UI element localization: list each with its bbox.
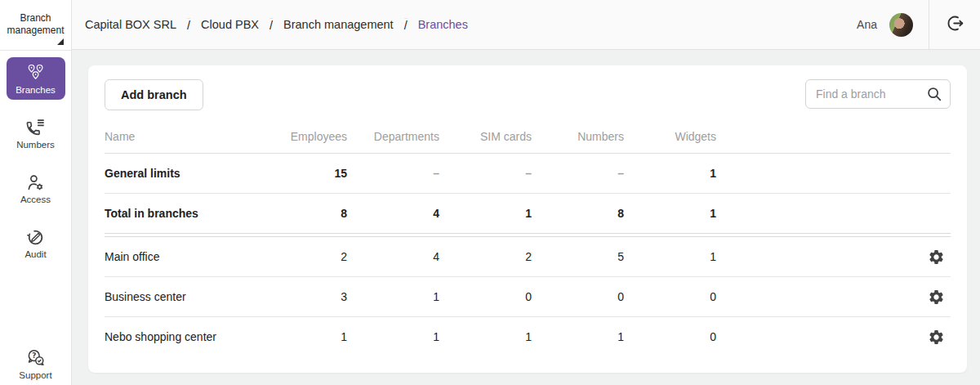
app-title: Branch management (7, 12, 64, 36)
row-name: Nebo shopping center (105, 330, 255, 343)
sidebar-item-audit[interactable]: Audit (7, 222, 65, 264)
col-header-sim-cards: SIM cards (439, 130, 532, 143)
col-header-employees: Employees (255, 130, 347, 143)
sidebar-item-access[interactable]: Access (7, 167, 65, 209)
branch-settings-button[interactable] (926, 247, 947, 267)
cell-numbers: 1 (532, 330, 624, 343)
breadcrumb: Capital BOX SRL / Cloud PBX / Branch man… (85, 18, 468, 32)
logout-button[interactable] (929, 0, 980, 49)
cell-widgets: 0 (624, 290, 716, 303)
cell-employees: 3 (255, 290, 347, 303)
table-row-business-center[interactable]: Business center 3 1 0 0 0 (105, 277, 951, 316)
user-avatar[interactable] (889, 13, 913, 37)
row-name: Total in branches (105, 207, 255, 220)
cell-employees: 8 (255, 207, 347, 220)
cell-departments: 4 (347, 250, 439, 263)
audit-icon (25, 227, 46, 248)
logout-icon (945, 13, 965, 36)
sidebar-item-label: Branches (16, 85, 56, 95)
cell-numbers: 0 (532, 290, 624, 303)
branches-icon (25, 63, 46, 83)
cell-numbers: 8 (532, 207, 624, 220)
support-icon: ? (25, 348, 46, 369)
branch-settings-button[interactable] (926, 287, 947, 307)
app-switcher[interactable]: Branch management (0, 0, 71, 51)
cell-sim-cards: 2 (439, 250, 532, 263)
cell-departments: 1 (347, 330, 439, 343)
breadcrumb-separator: / (187, 18, 190, 32)
cell-employees: 15 (255, 167, 347, 180)
corner-caret-icon (57, 38, 64, 45)
cell-departments: 1 (347, 290, 439, 303)
row-name: Main office (105, 250, 255, 263)
sidebar-nav: Branches Numbers (0, 57, 71, 385)
sidebar-item-label: Audit (24, 249, 46, 259)
toolbar: Add branch (105, 79, 951, 110)
breadcrumb-company[interactable]: Capital BOX SRL (85, 18, 176, 31)
user-name: Ana (857, 18, 877, 31)
table-row-general-limits: General limits 15 – – – 1 (105, 154, 951, 193)
row-name: General limits (105, 167, 255, 180)
breadcrumb-separator: / (270, 18, 273, 32)
col-header-name: Name (105, 130, 255, 143)
cell-widgets: 1 (624, 167, 716, 180)
col-header-widgets: Widgets (624, 130, 716, 143)
cell-sim-cards: 1 (439, 207, 532, 220)
topbar: Capital BOX SRL / Cloud PBX / Branch man… (72, 0, 980, 50)
table-header-row: Name Employees Departments SIM cards Num… (105, 119, 951, 153)
cell-sim-cards: 0 (439, 290, 532, 303)
breadcrumb-separator: / (404, 18, 408, 32)
sidebar: Branch management (0, 0, 72, 385)
branches-card: Add branch Name Employees Depa (88, 65, 967, 373)
cell-sim-cards: 1 (439, 330, 532, 343)
branch-settings-button[interactable] (926, 327, 947, 347)
row-name: Business center (105, 290, 255, 303)
search-icon[interactable] (925, 85, 943, 106)
breadcrumb-product[interactable]: Cloud PBX (201, 18, 259, 31)
gear-icon (928, 256, 945, 268)
svg-text:?: ? (32, 351, 36, 359)
gear-icon (928, 336, 945, 348)
cell-numbers: 5 (532, 250, 624, 263)
table-row-main-office[interactable]: Main office 2 4 2 5 1 (105, 237, 951, 276)
access-icon (25, 172, 46, 193)
topbar-right: Ana (857, 0, 980, 49)
table-row-total-in-branches: Total in branches 8 4 1 8 1 (105, 194, 951, 233)
sidebar-item-label: Numbers (16, 140, 55, 150)
add-branch-button[interactable]: Add branch (105, 79, 203, 110)
breadcrumb-current: Branches (418, 18, 468, 31)
search-box (805, 79, 951, 109)
main-area: Capital BOX SRL / Cloud PBX / Branch man… (72, 0, 980, 385)
table-row-nebo-shopping-center[interactable]: Nebo shopping center 1 1 1 1 0 (105, 317, 951, 356)
content: Add branch Name Employees Depa (72, 50, 980, 385)
cell-employees: 1 (255, 330, 347, 343)
col-header-departments: Departments (347, 130, 439, 143)
branches-table: Name Employees Departments SIM cards Num… (105, 119, 951, 356)
cell-departments: – (347, 167, 439, 180)
numbers-icon (25, 118, 46, 138)
sidebar-item-label: Support (19, 370, 51, 380)
breadcrumb-section[interactable]: Branch management (283, 18, 394, 31)
cell-widgets: 0 (624, 330, 716, 343)
gear-icon (928, 296, 945, 308)
cell-employees: 2 (255, 250, 347, 263)
sidebar-item-support[interactable]: ? Support (7, 342, 65, 385)
cell-sim-cards: – (439, 167, 532, 180)
cell-widgets: 1 (624, 207, 716, 220)
cell-widgets: 1 (624, 250, 716, 263)
col-header-numbers: Numbers (532, 130, 624, 143)
sidebar-item-label: Access (20, 195, 51, 204)
cell-departments: 4 (347, 207, 439, 220)
sidebar-item-numbers[interactable]: Numbers (7, 112, 65, 154)
sidebar-item-branches[interactable]: Branches (7, 57, 65, 100)
cell-numbers: – (532, 167, 624, 180)
